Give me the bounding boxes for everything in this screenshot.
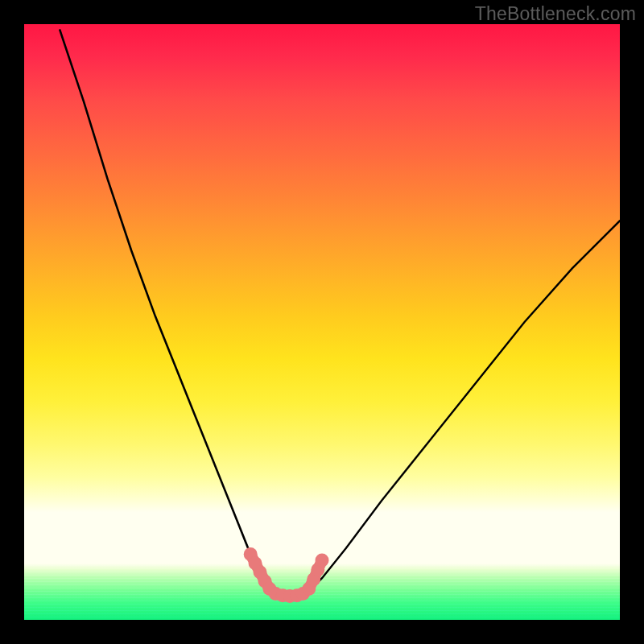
green-band <box>24 564 620 620</box>
plot-area <box>24 24 620 620</box>
watermark-label: TheBottleneck.com <box>475 3 636 25</box>
chart-stage: TheBottleneck.com <box>0 0 644 644</box>
heat-gradient <box>24 24 620 564</box>
